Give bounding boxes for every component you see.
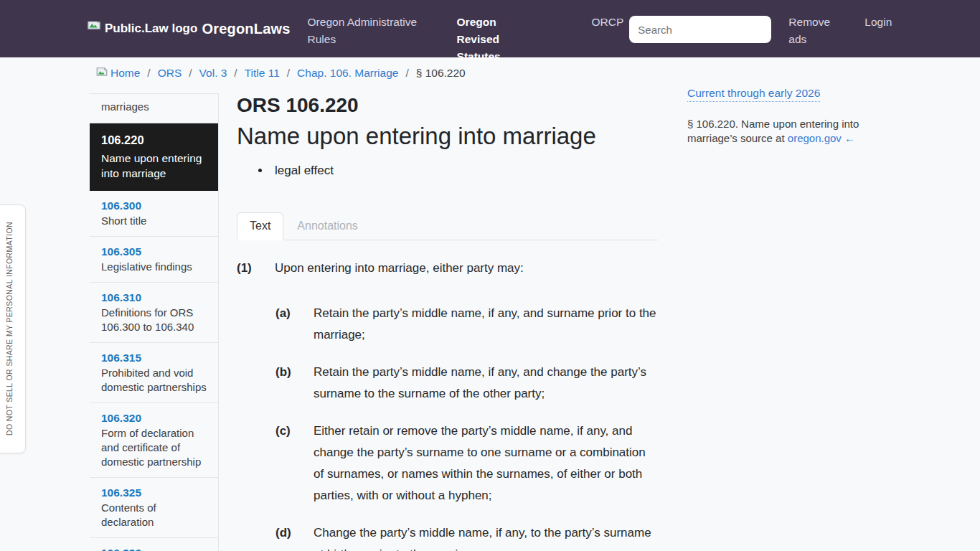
sidebar-item-title: Definitions for ORS 106.300 to 106.340 <box>101 306 211 334</box>
broken-image-icon <box>95 65 108 81</box>
brand-group: Public.Law logo OregonLaws <box>86 0 291 57</box>
logo-alt-text: Public.Law logo <box>105 22 197 36</box>
paragraph-text: Either retain or remove the party’s midd… <box>314 420 658 507</box>
sidebar-item-title: Short title <box>101 214 211 228</box>
sidebar-item-number: 106.220 <box>101 133 211 148</box>
statute-paragraph: (b) Retain the party’s middle name, if a… <box>275 362 658 405</box>
tag-item: legal effect <box>270 162 658 179</box>
sidebar-item-106-330[interactable]: 106.330 Registration fee <box>90 538 218 551</box>
sidebar-item-title: Prohibited and void domestic partnership… <box>101 366 211 395</box>
statute-paragraph: (d) Change the party’s middle name, if a… <box>275 522 658 551</box>
right-rail: Current through early 2026 § 106.220. Na… <box>687 87 888 146</box>
oregon-gov-link[interactable]: oregon.gov <box>788 132 842 144</box>
sidebar-item-title: marriages <box>101 100 211 114</box>
breadcrumb-home-label: Home <box>110 67 140 80</box>
sidebar-item-number: 106.310 <box>101 290 211 305</box>
statute-paragraph: (a) Retain the party’s middle name, if a… <box>275 303 658 346</box>
sidebar-item-title: Legislative findings <box>101 260 211 274</box>
tab-annotations[interactable]: Annotations <box>285 213 370 240</box>
sidebar-item-106-320[interactable]: 106.320 Form of declaration and certific… <box>90 403 218 478</box>
breadcrumb-chapter-link[interactable]: Chap. 106. Marriage <box>297 67 398 80</box>
source-note: § 106.220. Name upon entering into marri… <box>687 117 888 146</box>
sidebar-item-106-325[interactable]: 106.325 Contents of declaration <box>90 478 218 538</box>
page-title: ORS 106.220 <box>237 93 658 118</box>
breadcrumb-title-link[interactable]: Title 11 <box>245 67 280 80</box>
statute-paragraph: (1) Upon entering into marriage, either … <box>237 258 658 279</box>
sidebar-item-number: 106.300 <box>101 198 211 213</box>
remove-ads-link[interactable]: Remove ads <box>788 14 833 48</box>
page: Public.Law logo OregonLaws Oregon Admini… <box>0 0 980 551</box>
breadcrumb-current: § 106.220 <box>416 67 466 80</box>
sidebar-item-number: 106.325 <box>101 485 211 500</box>
paragraph-text: Upon entering into marriage, either part… <box>275 258 658 279</box>
breadcrumb-separator: / <box>189 67 192 80</box>
breadcrumb-home-link[interactable]: Home <box>95 65 140 81</box>
sidebar-item-number: 106.305 <box>101 244 211 259</box>
search-input[interactable] <box>629 16 771 43</box>
sidebar-item-title: Name upon entering into marriage <box>101 151 211 181</box>
site-logo-link[interactable]: Public.Law logo <box>86 22 197 36</box>
paragraph-label: (b) <box>275 362 314 405</box>
paragraph-text: Retain the party’s middle name, if any, … <box>314 303 658 346</box>
statute-paragraph: (c) Either retain or remove the party’s … <box>275 420 658 507</box>
nav-link-oregon-administrative-rules[interactable]: Oregon Administrative Rules <box>308 14 424 48</box>
breadcrumb-ors-link[interactable]: ORS <box>158 67 182 80</box>
breadcrumb-separator: / <box>405 67 408 80</box>
sidebar-item-partial[interactable]: marriages <box>90 94 218 123</box>
top-navbar: Public.Law logo OregonLaws Oregon Admini… <box>0 0 980 57</box>
tag-list: legal effect <box>270 162 658 179</box>
sidebar-item-106-315[interactable]: 106.315 Prohibited and void domestic par… <box>90 343 218 403</box>
sidebar-item-number: 106.330 <box>101 545 211 551</box>
main-content: ORS 106.220 Name upon entering into marr… <box>237 93 658 551</box>
paragraph-label: (1) <box>237 258 275 279</box>
paragraph-label: (a) <box>275 303 314 346</box>
back-arrow-glyph: ← <box>844 132 855 144</box>
sidebar-item-106-310[interactable]: 106.310 Definitions for ORS 106.300 to 1… <box>90 283 218 343</box>
breadcrumb-separator: / <box>147 67 150 80</box>
sidebar-item-number: 106.315 <box>101 350 211 365</box>
statute-text: (1) Upon entering into marriage, either … <box>237 258 658 551</box>
paragraph-text: Change the party’s middle name, if any, … <box>314 522 658 551</box>
currency-link[interactable]: Current through early 2026 <box>687 87 820 102</box>
brand-title[interactable]: OregonLaws <box>202 21 290 37</box>
sidebar-item-number: 106.320 <box>101 410 211 425</box>
sidebar-item-106-305[interactable]: 106.305 Legislative findings <box>90 237 218 283</box>
nav-link-oregon-revised-statutes[interactable]: Oregon Revised Statutes <box>457 14 542 65</box>
breadcrumb-separator: / <box>234 67 237 80</box>
paragraph-text: Retain the party’s middle name, if any, … <box>314 362 658 405</box>
do-not-sell-privacy-tab[interactable]: DO NOT SELL OR SHARE MY PERSONAL INFORMA… <box>0 204 26 453</box>
content-tabs: Text Annotations <box>237 212 658 240</box>
statute-list-sidebar: marriages 106.220 Name upon entering int… <box>90 93 219 551</box>
privacy-tab-label: DO NOT SELL OR SHARE MY PERSONAL INFORMA… <box>5 222 14 435</box>
sidebar-item-title: Form of declaration and certificate of d… <box>101 426 211 469</box>
broken-image-icon <box>86 22 102 35</box>
sidebar-item-title: Contents of declaration <box>101 501 211 529</box>
breadcrumb: Home / ORS / Vol. 3 / Title 11 / Chap. 1… <box>95 65 466 81</box>
login-link[interactable]: Login <box>864 14 892 31</box>
nav-links: Oregon Administrative Rules Oregon Revis… <box>291 0 892 65</box>
paragraph-label: (c) <box>275 420 314 507</box>
breadcrumb-volume-link[interactable]: Vol. 3 <box>199 67 227 80</box>
sidebar-item-106-220[interactable]: 106.220 Name upon entering into marriage <box>90 123 218 191</box>
tab-text[interactable]: Text <box>237 212 283 240</box>
statute-title: Name upon entering into marriage <box>237 122 658 151</box>
paragraph-label: (d) <box>275 522 314 551</box>
sidebar-item-106-300[interactable]: 106.300 Short title <box>90 191 218 237</box>
nav-link-orcp[interactable]: ORCP <box>592 14 624 31</box>
breadcrumb-separator: / <box>287 67 290 80</box>
